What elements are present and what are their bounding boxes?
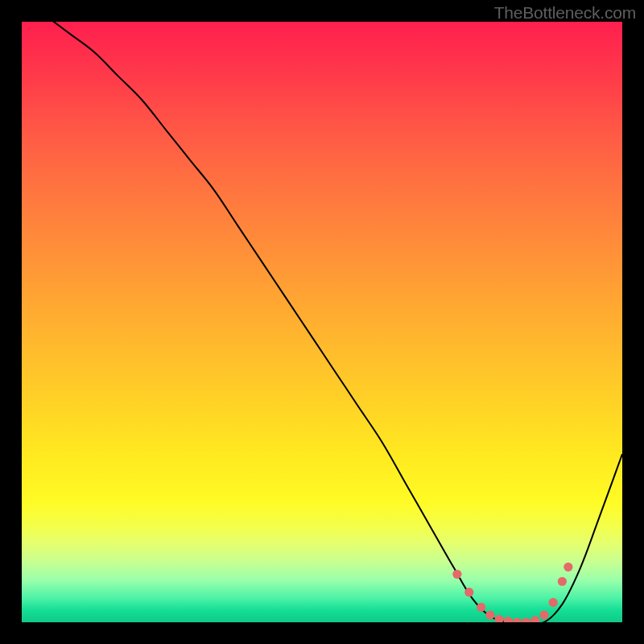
watermark-label: TheBottleneck.com: [494, 3, 636, 23]
highlight-marker: [513, 617, 522, 622]
highlight-marker: [485, 610, 494, 619]
bottleneck-curve: [22, 22, 622, 622]
chart-frame: TheBottleneck.com: [0, 0, 644, 644]
highlight-marker: [464, 588, 473, 597]
highlight-marker: [494, 615, 503, 622]
plot-area: [22, 22, 622, 622]
highlight-marker: [522, 617, 530, 622]
highlight-marker: [477, 603, 485, 612]
highlight-marker: [504, 617, 513, 622]
curve-layer: [22, 22, 622, 622]
highlight-marker: [530, 616, 539, 622]
highlight-marker: [549, 598, 558, 607]
highlight-marker: [539, 610, 548, 619]
highlight-marker: [452, 570, 461, 579]
highlight-marker: [558, 577, 567, 586]
highlight-marker: [564, 563, 572, 572]
